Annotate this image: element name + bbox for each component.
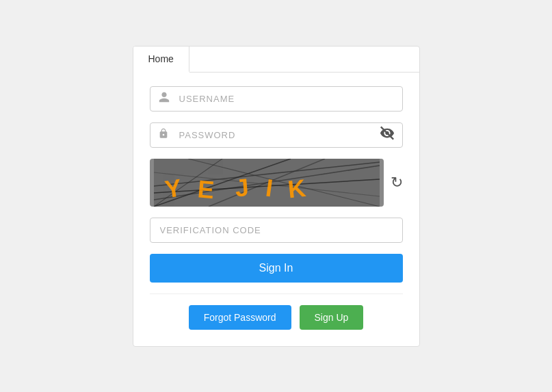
svg-text:E: E (196, 174, 215, 204)
login-card: Home (133, 46, 420, 347)
forgot-password-button[interactable]: Forgot Password (189, 305, 291, 330)
tab-home[interactable]: Home (133, 47, 189, 73)
verification-input[interactable] (150, 218, 403, 243)
svg-text:K: K (286, 173, 306, 202)
divider (150, 293, 403, 294)
bottom-actions: Forgot Password Sign Up (150, 305, 403, 330)
password-input[interactable] (150, 122, 403, 148)
captcha-image: Y E J I K (150, 159, 384, 207)
refresh-captcha-icon[interactable]: ↻ (391, 174, 403, 192)
username-group (150, 86, 403, 112)
svg-text:J: J (233, 172, 250, 202)
card-body: Y E J I K ↻ Sign In Forgot Password Sign… (133, 73, 419, 346)
lock-icon (158, 128, 169, 142)
tab-bar: Home (133, 47, 419, 73)
verification-group (150, 218, 403, 243)
password-group (150, 122, 403, 148)
user-icon (158, 91, 170, 106)
username-input[interactable] (150, 86, 403, 112)
captcha-row: Y E J I K ↻ (150, 159, 403, 207)
sign-up-button[interactable]: Sign Up (300, 305, 364, 330)
sign-in-button[interactable]: Sign In (150, 254, 403, 283)
eye-icon[interactable] (380, 126, 395, 144)
